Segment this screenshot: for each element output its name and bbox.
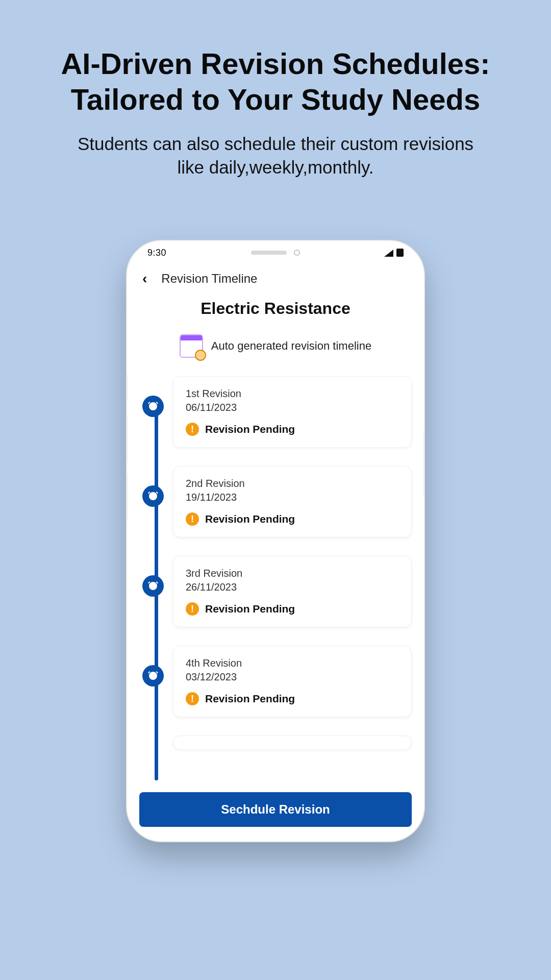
- revision-date: 03/12/2023: [186, 671, 399, 683]
- revision-item[interactable]: 1st Revision 06/11/2023 ! Revision Pendi…: [173, 376, 412, 448]
- screen-content: Electric Resistance Auto generated revis…: [127, 292, 424, 840]
- calendar-clock-icon: [180, 334, 203, 358]
- alarm-add-icon: [142, 665, 164, 687]
- status-bar: 9:30: [127, 241, 424, 264]
- revision-status-row: ! Revision Pending: [186, 423, 399, 436]
- revision-item-partial[interactable]: [173, 736, 412, 750]
- page-title-line-1: AI-Driven Revision Schedules:: [61, 47, 490, 80]
- subtitle-row: Auto generated revision timeline: [139, 334, 412, 358]
- warning-icon: !: [186, 692, 199, 705]
- revision-label: 2nd Revision: [186, 478, 399, 489]
- revision-status: Revision Pending: [205, 603, 295, 615]
- revision-date: 19/11/2023: [186, 492, 399, 503]
- page-title-line-2: Tailored to Your Study Needs: [71, 83, 480, 116]
- page-subtitle: Students can also schedule their custom …: [78, 132, 473, 179]
- revision-card: 3rd Revision 26/11/2023 ! Revision Pendi…: [173, 556, 412, 627]
- warning-icon: !: [186, 602, 199, 616]
- warning-icon: !: [186, 512, 199, 526]
- phone-notch: [127, 250, 424, 256]
- timeline: 1st Revision 06/11/2023 ! Revision Pendi…: [139, 376, 412, 750]
- revision-label: 4th Revision: [186, 657, 399, 669]
- revision-label: 3rd Revision: [186, 568, 399, 579]
- speaker-grill: [251, 251, 287, 255]
- revision-status-row: ! Revision Pending: [186, 692, 399, 705]
- screen-title: Revision Timeline: [161, 272, 257, 286]
- alarm-add-icon: [142, 396, 164, 417]
- revision-date: 26/11/2023: [186, 581, 399, 593]
- revision-card: 4th Revision 03/12/2023 ! Revision Pendi…: [173, 646, 412, 717]
- page-subtitle-line-1: Students can also schedule their custom …: [78, 134, 473, 154]
- revision-card: 2nd Revision 19/11/2023 ! Revision Pendi…: [173, 466, 412, 537]
- alarm-add-icon: [142, 575, 164, 597]
- back-button[interactable]: ‹: [142, 272, 147, 286]
- phone-frame: 9:30 ‹ Revision Timeline Electric Resist…: [126, 240, 425, 842]
- app-nav-bar: ‹ Revision Timeline: [127, 264, 424, 292]
- revision-item[interactable]: 3rd Revision 26/11/2023 ! Revision Pendi…: [173, 556, 412, 627]
- revision-status-row: ! Revision Pending: [186, 512, 399, 526]
- revision-item[interactable]: 4th Revision 03/12/2023 ! Revision Pendi…: [173, 646, 412, 717]
- revision-card: [173, 736, 412, 750]
- topic-title: Electric Resistance: [139, 299, 412, 318]
- front-camera: [294, 250, 300, 256]
- revision-status: Revision Pending: [205, 693, 295, 705]
- page-title: AI-Driven Revision Schedules: Tailored t…: [61, 46, 490, 117]
- revision-card: 1st Revision 06/11/2023 ! Revision Pendi…: [173, 376, 412, 448]
- revision-status: Revision Pending: [205, 513, 295, 525]
- auto-generated-label: Auto generated revision timeline: [211, 339, 371, 353]
- revision-status: Revision Pending: [205, 423, 295, 435]
- revision-label: 1st Revision: [186, 388, 399, 400]
- revision-item[interactable]: 2nd Revision 19/11/2023 ! Revision Pendi…: [173, 466, 412, 537]
- schedule-revision-button[interactable]: Sechdule Revision: [139, 792, 412, 827]
- revision-date: 06/11/2023: [186, 402, 399, 413]
- revision-status-row: ! Revision Pending: [186, 602, 399, 616]
- page-subtitle-line-2: like daily,weekly,monthly.: [177, 157, 373, 177]
- warning-icon: !: [186, 423, 199, 436]
- alarm-add-icon: [142, 485, 164, 507]
